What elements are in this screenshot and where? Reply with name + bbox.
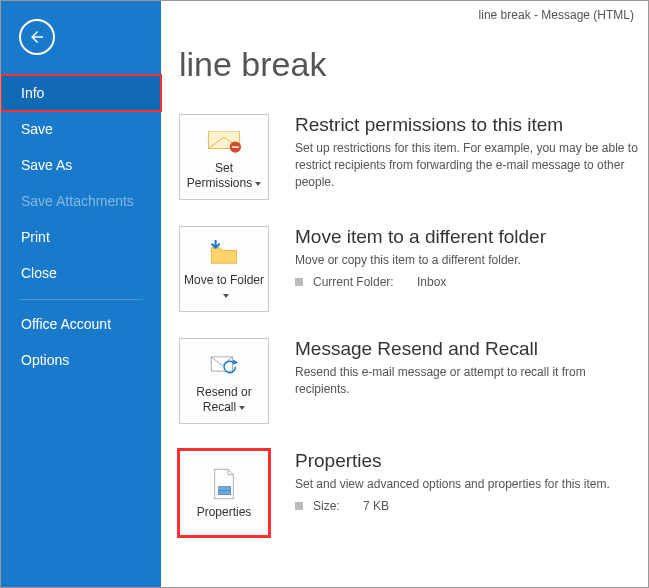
- tile-label: Resend or Recall: [182, 385, 266, 415]
- resend-recall-icon: [207, 347, 241, 381]
- sidebar-item-label: Save Attachments: [21, 193, 134, 209]
- backstage-sidebar: Info Save Save As Save Attachments Print…: [1, 1, 161, 587]
- sidebar-item-save-attachments: Save Attachments: [1, 183, 161, 219]
- sidebar-divider: [19, 299, 143, 300]
- window-title: line break - Message (HTML): [479, 8, 634, 22]
- sidebar-item-save-as[interactable]: Save As: [1, 147, 161, 183]
- sidebar-item-print[interactable]: Print: [1, 219, 161, 255]
- section-permissions: Set Permissions Restrict permissions to …: [179, 114, 648, 200]
- set-permissions-button[interactable]: Set Permissions: [179, 114, 269, 200]
- resend-recall-button[interactable]: Resend or Recall: [179, 338, 269, 424]
- section-desc: Set and view advanced options and proper…: [295, 476, 642, 493]
- section-move: Move to Folder Move item to a different …: [179, 226, 648, 312]
- sidebar-item-label: Options: [21, 352, 69, 368]
- sidebar-item-close[interactable]: Close: [1, 255, 161, 291]
- main-pane: line break - Message (HTML) line break S…: [161, 1, 648, 587]
- sidebar-item-label: Save As: [21, 157, 72, 173]
- tile-label: Properties: [197, 505, 252, 520]
- current-folder-row: Current Folder: Inbox: [295, 275, 642, 289]
- sidebar-item-label: Info: [21, 85, 44, 101]
- section-resend: Resend or Recall Message Resend and Reca…: [179, 338, 648, 424]
- folder-move-icon: [207, 235, 241, 269]
- bullet-icon: [295, 502, 303, 510]
- sidebar-item-save[interactable]: Save: [1, 111, 161, 147]
- section-title: Message Resend and Recall: [295, 338, 642, 360]
- bullet-icon: [295, 278, 303, 286]
- back-button[interactable]: [19, 19, 55, 55]
- sidebar-item-label: Print: [21, 229, 50, 245]
- properties-button[interactable]: Properties: [179, 450, 269, 536]
- page-title: line break: [179, 45, 648, 84]
- sidebar-item-info[interactable]: Info: [1, 75, 161, 111]
- sidebar-item-label: Close: [21, 265, 57, 281]
- section-properties: Properties Properties Set and view advan…: [179, 450, 648, 536]
- section-title: Move item to a different folder: [295, 226, 642, 248]
- current-folder-value: Inbox: [417, 275, 446, 289]
- tile-label: Move to Folder: [182, 273, 266, 303]
- envelope-restricted-icon: [207, 123, 241, 157]
- size-row: Size: 7 KB: [295, 499, 642, 513]
- current-folder-key: Current Folder:: [313, 275, 407, 289]
- title-bar: line break - Message (HTML): [179, 1, 648, 29]
- size-key: Size:: [313, 499, 353, 513]
- sidebar-item-office-account[interactable]: Office Account: [1, 306, 161, 342]
- section-desc: Move or copy this item to a different fo…: [295, 252, 642, 269]
- sidebar-item-label: Save: [21, 121, 53, 137]
- svg-rect-2: [232, 146, 239, 147]
- size-value: 7 KB: [363, 499, 389, 513]
- arrow-left-icon: [28, 28, 46, 46]
- svg-marker-4: [233, 360, 238, 365]
- tile-label: Set Permissions: [182, 161, 266, 191]
- move-to-folder-button[interactable]: Move to Folder: [179, 226, 269, 312]
- section-title: Properties: [295, 450, 642, 472]
- section-desc: Set up restrictions for this item. For e…: [295, 140, 642, 190]
- sidebar-item-label: Office Account: [21, 316, 111, 332]
- sidebar-item-options[interactable]: Options: [1, 342, 161, 378]
- properties-icon: [210, 467, 238, 501]
- section-desc: Resend this e-mail message or attempt to…: [295, 364, 642, 398]
- section-title: Restrict permissions to this item: [295, 114, 642, 136]
